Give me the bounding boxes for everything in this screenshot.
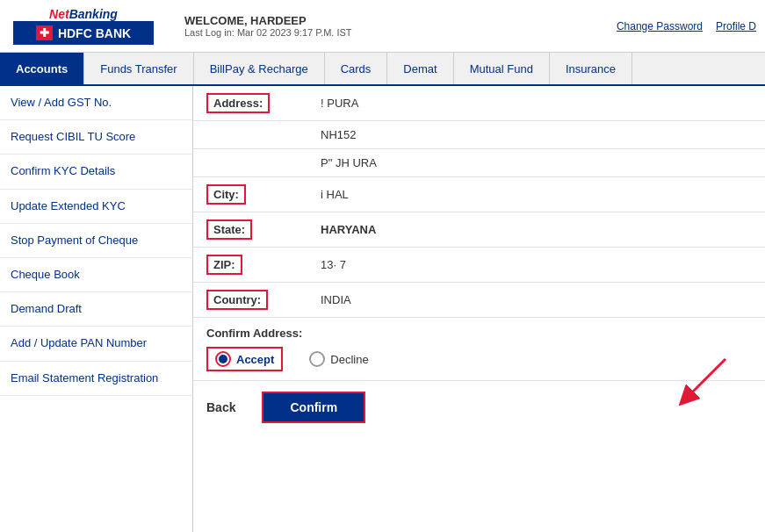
accept-label: Accept [236,353,274,366]
sidebar-item-cibil[interactable]: Request CIBIL TU Score [0,120,192,155]
tab-mutual-fund[interactable]: Mutual Fund [454,53,550,84]
zip-value: 13· 7 [307,248,765,283]
zip-label: ZIP: [206,255,242,275]
netbanking-text: NetBanking [49,7,118,21]
decline-option[interactable]: Decline [309,351,368,367]
welcome-text: WELCOME, HARDEEP [184,14,617,27]
sidebar-item-gst[interactable]: View / Add GST No. [0,86,192,120]
form-row-state: State: HARYANA [193,212,765,248]
header-links: Change Password Profile D [617,20,756,32]
tab-demat[interactable]: Demat [387,53,453,84]
tab-billpay-recharge[interactable]: BillPay & Recharge [194,53,325,84]
sidebar: View / Add GST No. Request CIBIL TU Scor… [0,86,193,532]
form-row-city: City: i HAL [193,177,765,212]
form-row-address-3: P" JH URA [193,149,765,177]
accept-radio[interactable] [215,351,231,367]
country-label-cell: Country: [193,283,307,318]
action-row: Back Confirm [193,381,765,434]
tab-cards[interactable]: Cards [325,53,388,84]
sidebar-item-email-statement[interactable]: Email Statement Registration [0,362,192,396]
city-label: City: [206,184,246,205]
profile-link[interactable]: Profile D [716,20,756,32]
decline-label: Decline [330,353,368,366]
sidebar-item-pan[interactable]: Add / Update PAN Number [0,327,192,361]
confirm-button[interactable]: Confirm [262,392,365,423]
address-label-cell-3 [193,149,307,177]
sidebar-item-stop-payment[interactable]: Stop Payment of Cheque [0,224,192,258]
form-row-zip: ZIP: 13· 7 [193,248,765,283]
accept-radio-inner [219,355,227,363]
bank-name: HDFC BANK [58,26,131,40]
address-value-3: P" JH URA [307,149,765,177]
main-layout: View / Add GST No. Request CIBIL TU Scor… [0,86,765,532]
decline-radio[interactable] [309,351,325,367]
city-value: i HAL [307,177,765,212]
country-value: INDIA [307,283,765,318]
form-row-country: Country: INDIA [193,283,765,318]
hdfc-cross-icon: ✚ [36,25,53,40]
tab-accounts[interactable]: Accounts [0,53,84,84]
country-label: Country: [206,290,268,310]
address-label: Address: [206,93,270,113]
content-area: Address: ! PURA NH152 [193,86,765,532]
form-row-address-2: NH152 [193,121,765,149]
zip-label-cell: ZIP: [193,248,307,283]
welcome-area: WELCOME, HARDEEP Last Log in: Mar 02 202… [176,14,617,38]
accept-option-box[interactable]: Accept [206,347,283,371]
state-label: State: [206,219,252,240]
logo-area: NetBanking ✚ HDFC BANK [9,7,158,45]
nav-tabs: Accounts Funds Transfer BillPay & Rechar… [0,53,765,86]
address-label-cell-2 [193,121,307,149]
address-value-1: ! PURA [307,86,765,121]
last-login-text: Last Log in: Mar 02 2023 9:17 P.M. IST [184,27,617,38]
address-form-table: Address: ! PURA NH152 [193,86,765,318]
city-label-cell: City: [193,177,307,212]
sidebar-item-extended-kyc[interactable]: Update Extended KYC [0,190,192,224]
page-header: NetBanking ✚ HDFC BANK WELCOME, HARDEEP … [0,0,765,53]
confirm-address-label: Confirm Address: [206,327,752,340]
form-row-address: Address: ! PURA [193,86,765,121]
hdfc-logo: ✚ HDFC BANK [13,21,154,45]
address-value-2: NH152 [307,121,765,149]
svg-line-0 [686,359,725,399]
state-label-cell: State: [193,212,307,248]
tab-insurance[interactable]: Insurance [550,53,632,84]
sidebar-item-kyc-confirm[interactable]: Confirm KYC Details [0,155,192,189]
address-label-cell: Address: [193,86,307,121]
red-arrow-icon [651,355,730,407]
state-value: HARYANA [307,212,765,248]
sidebar-item-demand-draft[interactable]: Demand Draft [0,292,192,327]
back-button[interactable]: Back [206,400,235,414]
tab-funds-transfer[interactable]: Funds Transfer [84,53,193,84]
change-password-link[interactable]: Change Password [617,20,703,32]
sidebar-item-cheque-book[interactable]: Cheque Book [0,258,192,292]
